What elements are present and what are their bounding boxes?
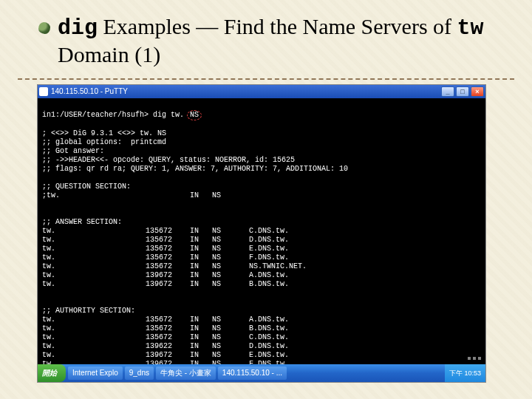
putty-window: 140.115.50.10 - PuTTY _ □ × in1:/USER/te… <box>37 84 486 383</box>
terminal-body[interactable]: in1:/USER/teacher/hsufh> dig tw. NS ; <<… <box>38 98 485 364</box>
table-row: tw.135672INNSC.DNS.tw. <box>42 227 481 236</box>
tray-clock: 下午 10:53 <box>449 369 481 378</box>
taskbar-item[interactable]: Internet Explo <box>68 366 123 380</box>
window-title: 140.115.50.10 - PuTTY <box>51 87 128 96</box>
maximize-button[interactable]: □ <box>456 86 469 97</box>
circled-ns: NS <box>187 110 202 120</box>
resize-grip-icon <box>468 357 481 360</box>
taskbar-item[interactable]: 140.115.50.10 - ... <box>218 366 287 380</box>
hdr-line: ; <<>> DiG 9.3.1 <<>> tw. NS <box>42 129 166 137</box>
taskbar[interactable]: 開始 Internet Explo 9_dns 牛角尖 - 小畫家 140.11… <box>38 364 485 382</box>
title-text-1: Examples — Find the Name Servers of <box>98 14 457 38</box>
table-row: tw.135672INNSNS.TWNIC.NET. <box>42 262 481 271</box>
question-header: ;; QUESTION SECTION: <box>42 183 131 191</box>
table-row: tw.135672INNSC.DNS.tw. <box>42 333 481 342</box>
table-row: tw.135672INNSE.DNS.tw. <box>42 245 481 253</box>
close-button[interactable]: × <box>471 86 484 97</box>
title-text-2: Domain (1) <box>58 42 160 66</box>
hdr-line: ;; global options: printcmd <box>42 138 166 146</box>
table-row: tw.139672INNSE.DNS.tw. <box>42 351 481 360</box>
hdr-line: ;; ->>HEADER<<- opcode: QUERY, status: N… <box>42 156 295 164</box>
hdr-line: ;; Got answer: <box>42 147 104 155</box>
question-row: ;tw.INNS <box>42 191 481 200</box>
title-divider <box>18 78 514 80</box>
table-row: tw.135672INNSB.DNS.tw. <box>42 324 481 333</box>
answer-header: ;; ANSWER SECTION: <box>42 218 122 226</box>
slide: dig Examples — Find the Name Servers of … <box>0 0 532 399</box>
table-row: tw.135672INNSF.DNS.tw. <box>42 253 481 262</box>
table-row: tw.139622INNSD.DNS.tw. <box>42 342 481 351</box>
title-mono-tw: tw <box>457 16 484 41</box>
system-tray[interactable]: 下午 10:53 <box>445 364 485 382</box>
authority-header: ;; AUTHORITY SECTION: <box>42 307 135 315</box>
taskbar-item[interactable]: 9_dns <box>125 366 154 380</box>
minimize-button[interactable]: _ <box>441 86 454 97</box>
table-row: tw.135672INNSA.DNS.tw. <box>42 316 481 324</box>
hdr-line: ;; flags: qr rd ra; QUERY: 1, ANSWER: 7,… <box>42 165 348 173</box>
title-mono-dig: dig <box>58 16 98 41</box>
window-titlebar[interactable]: 140.115.50.10 - PuTTY _ □ × <box>38 85 485 98</box>
table-row: tw.139672INNSA.DNS.tw. <box>42 271 481 280</box>
taskbar-item[interactable]: 牛角尖 - 小畫家 <box>156 366 216 380</box>
putty-icon <box>39 87 48 96</box>
prompt-line: in1:/USER/teacher/hsufh> dig tw. NS <box>42 111 202 119</box>
slide-title: dig Examples — Find the Name Servers of … <box>0 0 532 74</box>
table-row: tw.135672INNSD.DNS.tw. <box>42 236 481 245</box>
table-row: tw.139672INNSB.DNS.tw. <box>42 280 481 289</box>
leaf-bullet-icon <box>38 22 50 34</box>
start-button[interactable]: 開始 <box>38 364 66 382</box>
